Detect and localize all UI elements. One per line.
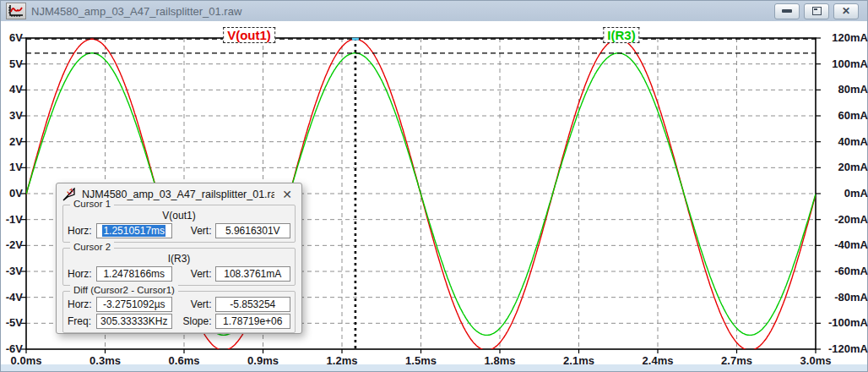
diff-slope-value: 1.78719e+06 bbox=[223, 315, 282, 327]
left-axis-tick-label: -1V bbox=[1, 213, 23, 227]
diff-vert-label: Vert: bbox=[181, 298, 215, 310]
waveform-plot-icon bbox=[6, 3, 26, 19]
minimize-icon bbox=[782, 9, 792, 13]
trace-label-V(out1)[interactable]: V(out1) bbox=[223, 27, 275, 43]
right-axis-tick-label: 40mA bbox=[822, 135, 868, 149]
right-axis-tick-label: 80mA bbox=[822, 83, 868, 96]
right-axis-tick-label: 120mA bbox=[822, 31, 868, 45]
left-axis-tick-label: -2V bbox=[1, 238, 23, 252]
cursor1-horz-field[interactable]: 1.2510517ms bbox=[96, 223, 172, 238]
left-axis-tick-label: -3V bbox=[1, 265, 23, 278]
title-bar[interactable]: NJM4580_amp_03_A47_railsplitter_01.raw ✕ bbox=[1, 1, 867, 22]
right-axis-tick-label: -100mA bbox=[822, 316, 868, 330]
diff-group-label: Diff (Cursor2 - Cursor1) bbox=[70, 285, 178, 295]
diff-freq-field[interactable]: 305.33333KHz bbox=[96, 314, 172, 329]
cursor1-group: Cursor 1 V(out1) Horz: 1.2510517ms Vert:… bbox=[62, 205, 296, 243]
cursor1-vert-label: Vert: bbox=[181, 225, 215, 237]
cursor2-group: Cursor 2 I(R3) Horz: 1.2478166ms Vert: 1… bbox=[62, 248, 296, 286]
left-axis-tick-label: 5V bbox=[1, 57, 23, 71]
cursor1-vert-field[interactable]: 5.9616301V bbox=[215, 223, 291, 238]
window-title: NJM4580_amp_03_A47_railsplitter_01.raw bbox=[31, 5, 774, 18]
window-bottom-frame bbox=[1, 364, 867, 371]
right-axis-tick-label: 60mA bbox=[822, 109, 868, 123]
right-axis-tick-label: 100mA bbox=[822, 57, 868, 71]
diff-horz-label: Horz: bbox=[68, 298, 96, 310]
right-axis-tick-label: -40mA bbox=[822, 238, 868, 252]
cursor2-vert-field[interactable]: 108.3761mA bbox=[215, 266, 291, 282]
waveform-viewer-window: NJM4580_amp_03_A47_railsplitter_01.raw ✕… bbox=[0, 0, 868, 372]
cursor1-vert-value: 5.9616301V bbox=[225, 225, 280, 237]
right-axis-tick-label: 0mA bbox=[822, 187, 868, 200]
cursor-readout-dialog[interactable]: LT NJM4580_amp_03_A47_railsplitter_01.ra… bbox=[56, 183, 302, 334]
cursor1-horz-label: Horz: bbox=[68, 225, 96, 237]
diff-group: Diff (Cursor2 - Cursor1) Horz: -3.275109… bbox=[62, 291, 296, 333]
cursor1-trace-name: V(out1) bbox=[68, 210, 290, 222]
left-axis-tick-label: 3V bbox=[1, 109, 23, 123]
cursor1-group-label: Cursor 1 bbox=[70, 199, 114, 209]
diff-slope-label: Slope: bbox=[181, 315, 215, 327]
left-axis-tick-label: -5V bbox=[1, 316, 23, 330]
diff-horz-field[interactable]: -3.2751092µs bbox=[96, 297, 172, 312]
cursor2-horz-label: Horz: bbox=[68, 268, 96, 280]
cursor2-vert-value: 108.3761mA bbox=[224, 268, 281, 280]
left-axis-tick-label: 2V bbox=[1, 135, 23, 149]
right-axis-tick-label: -20mA bbox=[822, 213, 868, 227]
trace-label-I(R3)[interactable]: I(R3) bbox=[603, 27, 639, 43]
cursor2-horz-value: 1.2478166ms bbox=[103, 268, 165, 280]
left-axis-tick-label: 1V bbox=[1, 161, 23, 174]
cursor1-horz-value: 1.2510517ms bbox=[102, 225, 165, 237]
diff-freq-value: 305.33333KHz bbox=[100, 315, 167, 327]
dialog-close-icon[interactable]: ✕ bbox=[279, 188, 295, 201]
diff-freq-label: Freq: bbox=[68, 315, 96, 327]
cursor2-vert-label: Vert: bbox=[181, 268, 215, 280]
cursor2-trace-name: I(R3) bbox=[68, 253, 290, 265]
diff-slope-field[interactable]: 1.78719e+06 bbox=[215, 314, 291, 329]
cursor2-horz-field[interactable]: 1.2478166ms bbox=[96, 266, 172, 282]
close-icon: ✕ bbox=[842, 6, 850, 16]
diff-vert-field[interactable]: -5.853254 bbox=[215, 297, 291, 312]
close-button[interactable]: ✕ bbox=[833, 3, 859, 19]
diff-vert-value: -5.853254 bbox=[230, 298, 275, 310]
right-axis-tick-label: 20mA bbox=[822, 161, 868, 174]
left-axis-tick-label: 6V bbox=[1, 31, 23, 45]
left-axis-tick-label: 0V bbox=[1, 187, 23, 200]
left-axis-tick-label: 4V bbox=[1, 83, 23, 96]
right-axis-tick-label: -80mA bbox=[822, 291, 868, 304]
diff-horz-value: -3.2751092µs bbox=[103, 298, 165, 310]
minimize-button[interactable] bbox=[774, 3, 800, 19]
left-axis-tick-label: -4V bbox=[1, 291, 23, 304]
restore-button[interactable] bbox=[804, 3, 829, 19]
cursor2-group-label: Cursor 2 bbox=[70, 242, 114, 252]
right-axis-tick-label: -60mA bbox=[822, 265, 868, 278]
restore-icon bbox=[812, 7, 822, 15]
